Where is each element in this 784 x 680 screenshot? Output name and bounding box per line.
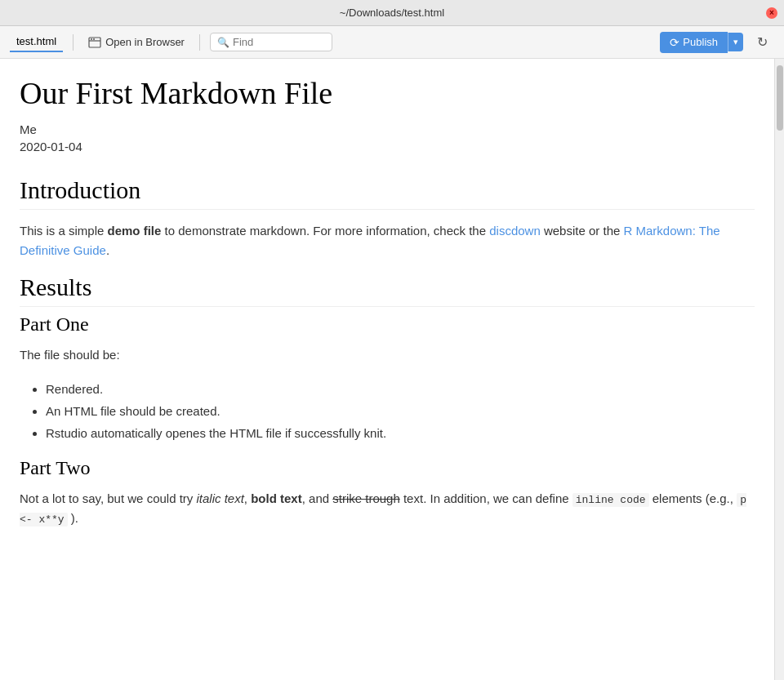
publish-icon: ⟳ <box>670 36 679 49</box>
title-bar-title: ~/Downloads/test.html <box>340 7 444 19</box>
introduction-paragraph: This is a simple demo file to demonstrat… <box>20 221 755 260</box>
reload-button[interactable]: ↻ <box>750 30 774 55</box>
bold-demo-file: demo file <box>108 224 162 238</box>
list-item: Rendered. <box>46 378 755 400</box>
scrollbar-track[interactable] <box>774 59 784 680</box>
open-in-browser-label: Open in Browser <box>105 36 185 48</box>
svg-point-3 <box>93 38 95 40</box>
bold-text: bold text <box>251 491 302 505</box>
title-bar: ~/Downloads/test.html × <box>0 0 784 26</box>
strikethrough-text: strike trough <box>332 491 400 505</box>
list-item: An HTML file should be created. <box>46 400 755 422</box>
browser-icon <box>88 36 101 49</box>
close-button[interactable]: × <box>766 7 777 19</box>
search-input[interactable] <box>233 36 325 48</box>
publish-label: Publish <box>683 36 718 48</box>
toolbar: test.html Open in Browser 🔍 ⟳ Publish ▾ … <box>0 26 784 59</box>
publish-button-group: ⟳ Publish ▾ <box>660 32 743 53</box>
file-tab[interactable]: test.html <box>10 32 63 52</box>
list-item: Rstudio automatically openes the HTML fi… <box>46 422 755 444</box>
publish-button[interactable]: ⟳ Publish <box>660 32 728 53</box>
content-area: Our First Markdown File Me 2020-01-04 In… <box>0 59 784 680</box>
document-date: 2020-01-04 <box>20 140 755 153</box>
document-title: Our First Markdown File <box>20 75 755 113</box>
part-one-list: Rendered. An HTML file should be created… <box>46 378 755 444</box>
part-two-heading: Part Two <box>20 457 755 479</box>
part-two-paragraph: Not a lot to say, but we could try itali… <box>20 489 755 530</box>
divider-2 <box>199 34 200 51</box>
divider-1 <box>73 34 74 51</box>
results-heading: Results <box>20 273 755 307</box>
part-one-heading: Part One <box>20 313 755 336</box>
inline-code: inline code <box>572 493 649 507</box>
italic-text: italic text <box>197 491 244 505</box>
discdown-link[interactable]: discdown <box>489 224 541 238</box>
svg-point-2 <box>91 38 92 40</box>
publish-dropdown-button[interactable]: ▾ <box>728 33 743 51</box>
introduction-heading: Introduction <box>20 176 755 210</box>
search-icon: 🔍 <box>217 37 229 48</box>
document-author: Me <box>20 122 755 136</box>
main-content: Our First Markdown File Me 2020-01-04 In… <box>0 59 774 680</box>
open-in-browser-button[interactable]: Open in Browser <box>83 33 189 52</box>
scrollbar-thumb[interactable] <box>777 65 783 131</box>
find-box[interactable]: 🔍 <box>210 33 332 51</box>
part-one-intro: The file should be: <box>20 345 755 365</box>
